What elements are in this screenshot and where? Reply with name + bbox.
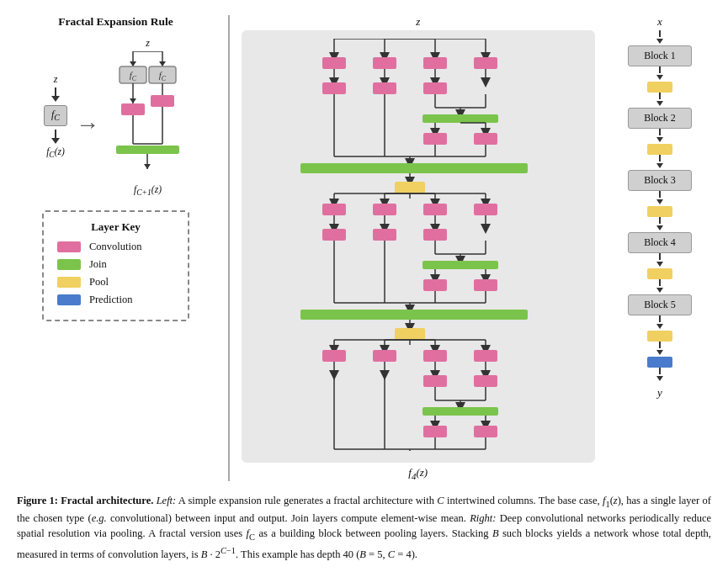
right-panel: x Block 1 Block 2 Block 3 [602, 15, 711, 400]
key-item-conv: Convolution [57, 241, 174, 253]
z-label-simple: z [54, 73, 58, 86]
arrow-y [656, 376, 663, 381]
line-7 [659, 217, 661, 224]
line-12 [659, 368, 661, 374]
svg-rect-87 [423, 279, 447, 291]
svg-rect-57 [300, 163, 528, 173]
conv-label: Convolution [89, 241, 142, 253]
line-9 [659, 279, 661, 286]
caption-left-label: Left: [157, 495, 177, 506]
fractal-expansion-rule: Fractal Expansion Rule z fC fC(z) [17, 15, 215, 197]
svg-rect-13 [121, 103, 145, 115]
svg-rect-70 [373, 204, 396, 215]
svg-rect-59 [395, 182, 425, 193]
pool-1 [647, 82, 672, 93]
block-5: Block 5 [628, 294, 692, 315]
block-4: Block 4 [628, 232, 692, 253]
y-label: y [657, 386, 662, 400]
svg-rect-71 [423, 204, 447, 215]
svg-rect-39 [373, 82, 396, 94]
arrow-1 [51, 96, 60, 102]
svg-rect-31 [373, 57, 396, 69]
left-panel: Fractal Expansion Rule z fC fC(z) [17, 15, 223, 321]
svg-rect-14 [151, 95, 174, 107]
z-label-expanded: z [146, 37, 150, 50]
svg-rect-109 [423, 350, 447, 362]
svg-rect-30 [322, 57, 346, 69]
pred-swatch [57, 294, 81, 305]
svg-rect-124 [423, 426, 447, 437]
expansion-diagrams: z fC fC(z) → z [44, 35, 188, 197]
caption: Figure 1: Fractal architecture. Left: A … [17, 493, 711, 563]
svg-rect-50 [474, 133, 497, 145]
center-z-label: z [416, 15, 420, 29]
arrow-pool4 [656, 262, 663, 267]
vertical-divider [228, 15, 230, 481]
line-4 [659, 129, 661, 135]
center-fz-label: f4(z) [408, 466, 428, 481]
join-label: Join [89, 258, 107, 271]
arrow-pool3 [656, 199, 663, 204]
caption-title: Fractal architecture. [61, 495, 153, 506]
svg-rect-95 [300, 310, 528, 320]
line-6 [659, 191, 661, 198]
arrow-b2 [656, 101, 663, 106]
layer-key-title: Layer Key [57, 220, 174, 234]
arrow-pool5 [656, 324, 663, 329]
block-2: Block 2 [628, 108, 692, 129]
line-11 [659, 342, 661, 348]
pool-swatch [57, 277, 81, 288]
simple-label: fC(z) [46, 146, 65, 159]
svg-rect-72 [474, 204, 497, 215]
svg-rect-32 [423, 57, 447, 69]
block-1: Block 1 [628, 45, 692, 66]
svg-rect-38 [322, 82, 346, 94]
svg-rect-77 [322, 229, 346, 241]
key-item-pred: Prediction [57, 294, 174, 306]
center-panel: z [235, 15, 603, 481]
svg-rect-69 [322, 204, 346, 215]
svg-rect-84 [422, 261, 498, 269]
svg-rect-121 [422, 407, 498, 416]
svg-rect-18 [116, 146, 179, 154]
fractal-network-svg [284, 39, 553, 451]
arrow-2 [51, 138, 60, 144]
line-5 [659, 155, 661, 162]
join-swatch [57, 259, 81, 270]
right-network: Block 1 Block 2 Block 3 [628, 30, 692, 383]
svg-marker-1 [130, 61, 136, 66]
svg-rect-110 [474, 350, 497, 362]
expanded-svg: fC fC [108, 51, 188, 182]
arrow-pool1 [656, 75, 663, 80]
pool-label: Pool [89, 276, 109, 289]
line-3 [659, 93, 661, 99]
fractal-network-bg [242, 30, 596, 463]
line-1 [659, 30, 661, 37]
main-container: Fractal Expansion Rule z fC fC(z) [17, 15, 711, 563]
svg-rect-40 [423, 82, 447, 94]
arrow-pool2 [656, 137, 663, 142]
arrow-b3 [656, 163, 663, 168]
line-10 [659, 315, 661, 322]
expanded-diagram: z [108, 37, 188, 197]
caption-right-label: Right: [470, 512, 496, 524]
x-label: x [657, 15, 662, 29]
svg-marker-20 [144, 164, 151, 169]
svg-rect-116 [474, 375, 497, 387]
pool-4 [647, 268, 672, 279]
line-2 [659, 66, 661, 73]
arrow-pred [656, 350, 663, 355]
arrow-b1 [656, 39, 663, 44]
figure-num: Figure 1: [17, 495, 58, 506]
svg-rect-45 [422, 114, 498, 123]
svg-rect-88 [474, 279, 497, 291]
pred-label: Prediction [89, 294, 132, 306]
pred-block [647, 357, 672, 368]
section-title: Fractal Expansion Rule [58, 15, 173, 29]
svg-rect-108 [373, 350, 396, 362]
svg-rect-49 [423, 133, 447, 145]
svg-rect-125 [474, 426, 497, 437]
arrow-b5 [656, 288, 663, 293]
layer-key: Layer Key Convolution Join Pool Predicti… [42, 210, 189, 321]
svg-rect-97 [395, 328, 425, 340]
